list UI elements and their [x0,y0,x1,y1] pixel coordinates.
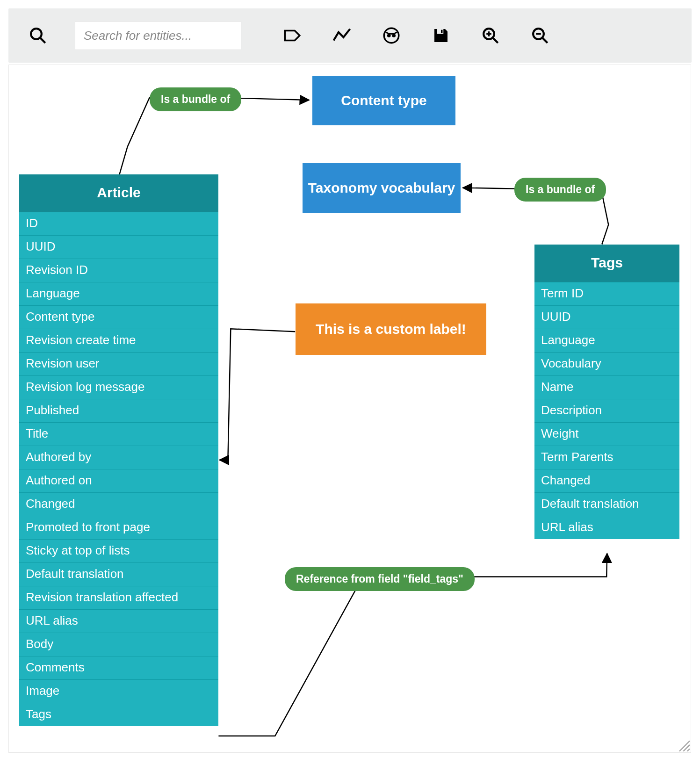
save-icon[interactable] [431,26,451,45]
entity-field[interactable]: Comments [19,656,218,679]
face-icon[interactable] [382,26,401,45]
toolbar-icons [282,26,550,45]
edge-label-reference[interactable]: Reference from field "field_tags" [285,567,475,591]
entity-field[interactable]: Promoted to front page [19,516,218,539]
entity-field[interactable]: Content type [19,305,218,329]
edge-label-tags-bundle[interactable]: Is a bundle of [514,178,606,202]
entity-field[interactable]: Revision user [19,352,218,375]
entity-field[interactable]: Sticky at top of lists [19,539,218,562]
entity-field[interactable]: URL alias [534,516,679,539]
entity-field[interactable]: Authored by [19,446,218,469]
svg-line-8 [493,38,498,43]
search-input[interactable] [75,21,241,50]
node-content-type[interactable]: Content type [312,76,455,125]
entity-field[interactable]: Published [19,399,218,422]
search-icon[interactable] [28,26,48,45]
entity-field[interactable]: UUID [534,305,679,329]
entity-field[interactable]: URL alias [19,609,218,633]
entity-article[interactable]: Article ID UUID Revision ID Language Con… [19,174,218,726]
entity-field[interactable]: Revision translation affected [19,586,218,609]
timeline-icon[interactable] [332,26,352,45]
svg-rect-6 [441,30,443,33]
entity-field[interactable]: Tags [19,703,218,726]
entity-field[interactable]: Vocabulary [534,352,679,375]
svg-line-1 [40,38,45,43]
svg-point-0 [31,29,42,39]
entity-field[interactable]: Term ID [534,282,679,305]
node-label: Taxonomy vocabulary [308,180,455,196]
entity-field[interactable]: Image [19,679,218,703]
node-label: Content type [341,93,426,108]
entity-field[interactable]: Language [534,329,679,352]
entity-field[interactable]: ID [19,212,218,235]
svg-point-4 [393,35,395,36]
entity-field[interactable]: Body [19,633,218,656]
entity-field[interactable]: Revision create time [19,329,218,352]
entity-field[interactable]: Description [534,399,679,422]
entity-field[interactable]: Language [19,282,218,305]
svg-point-2 [384,28,399,43]
edge-label-article-bundle[interactable]: Is a bundle of [150,87,241,111]
entity-field[interactable]: Revision ID [19,259,218,282]
entity-field[interactable]: Name [534,375,679,399]
zoom-out-icon[interactable] [530,26,550,45]
label-icon[interactable] [282,26,302,45]
entity-field[interactable]: Revision log message [19,375,218,399]
entity-field[interactable]: Term Parents [534,446,679,469]
entity-field[interactable]: Weight [534,422,679,446]
node-taxonomy-vocabulary[interactable]: Taxonomy vocabulary [303,163,461,213]
svg-line-16 [687,749,690,751]
entity-header: Tags [534,245,679,282]
entity-title: Tags [591,255,623,270]
toolbar [8,8,692,63]
entity-field[interactable]: UUID [19,235,218,259]
svg-line-12 [542,38,548,43]
entity-title: Article [97,185,140,200]
node-label: This is a custom label! [316,321,466,337]
entity-field[interactable]: Default translation [19,562,218,586]
zoom-in-icon[interactable] [481,26,500,45]
entity-header: Article [19,174,218,212]
entity-tags[interactable]: Tags Term ID UUID Language Vocabulary Na… [534,245,679,539]
diagram-canvas[interactable]: Content type Taxonomy vocabulary This is… [8,65,691,753]
node-custom-label[interactable]: This is a custom label! [296,303,486,355]
entity-field[interactable]: Changed [534,469,679,492]
svg-point-3 [388,35,390,36]
resize-handle-icon[interactable] [677,738,690,751]
app-root: Content type Taxonomy vocabulary This is… [0,0,700,757]
entity-field[interactable]: Authored on [19,469,218,492]
entity-field[interactable]: Changed [19,492,218,516]
entity-field[interactable]: Title [19,422,218,446]
entity-field[interactable]: Default translation [534,492,679,516]
